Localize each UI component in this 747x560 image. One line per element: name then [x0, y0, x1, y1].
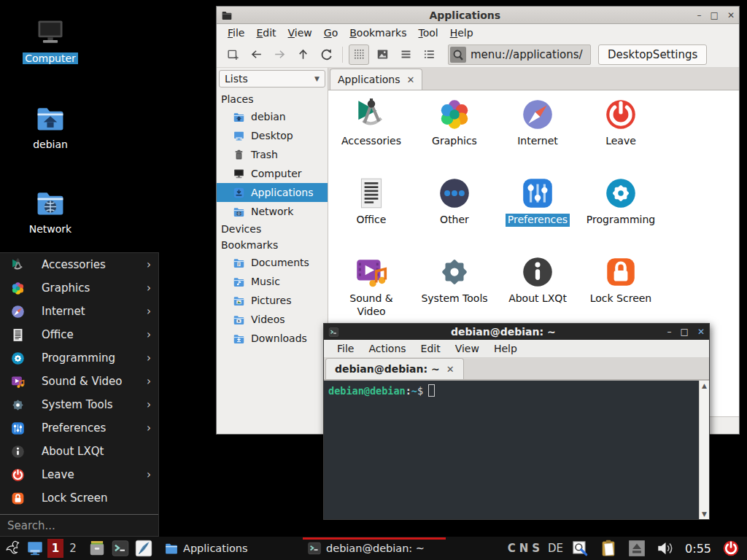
- sidebar-item-pictures[interactable]: Pictures: [217, 291, 328, 310]
- compact-view-button[interactable]: [395, 44, 416, 65]
- workspace-2-button[interactable]: 2: [65, 539, 81, 558]
- folder-accessories[interactable]: Accessories: [330, 96, 413, 175]
- menu-help[interactable]: Help: [488, 341, 523, 356]
- forward-icon: [273, 47, 287, 61]
- sidebar-item-documents[interactable]: Documents: [217, 253, 328, 272]
- menu-bookmarks[interactable]: Bookmarks: [344, 26, 411, 40]
- maximize-button[interactable]: □: [711, 11, 719, 20]
- menu-item-system-tools[interactable]: System Tools›: [0, 393, 158, 416]
- folder-internet[interactable]: Internet: [496, 96, 579, 175]
- folder-lock-screen[interactable]: Lock Screen: [579, 254, 662, 332]
- menu-go[interactable]: Go: [319, 26, 343, 40]
- menu-file[interactable]: File: [222, 26, 249, 40]
- terminal-launcher[interactable]: [111, 539, 130, 558]
- scroll-down-icon[interactable]: ▼: [702, 510, 707, 518]
- sidebar-item-network[interactable]: Network: [217, 202, 328, 221]
- sidebar-item-music[interactable]: Music: [217, 272, 328, 291]
- menu-view[interactable]: View: [283, 26, 317, 40]
- detailed-view-button[interactable]: [419, 44, 439, 65]
- side-pane-mode-select[interactable]: Lists▼: [219, 70, 325, 88]
- menu-view[interactable]: View: [449, 341, 485, 356]
- folder-other[interactable]: Other: [413, 175, 496, 254]
- minimize-button[interactable]: –: [697, 11, 702, 20]
- address-bar[interactable]: menu://applications/: [448, 44, 591, 65]
- menu-actions[interactable]: Actions: [363, 341, 411, 356]
- sidebar-item-label: Music: [251, 276, 280, 287]
- keyboard-layout[interactable]: DE: [548, 542, 563, 555]
- folder-office[interactable]: Office: [330, 175, 413, 254]
- file-manager-launcher[interactable]: [88, 539, 107, 558]
- menu-edit[interactable]: Edit: [251, 26, 281, 40]
- clock[interactable]: 0:55: [685, 542, 711, 556]
- folder-about-lxqt[interactable]: About LXQt: [496, 254, 579, 332]
- desktop-icon-network[interactable]: Network: [18, 187, 83, 235]
- volume-tray-icon[interactable]: [656, 539, 675, 558]
- menu-item-office[interactable]: Office›: [0, 323, 158, 346]
- menu-item-lock-screen[interactable]: Lock Screen: [0, 486, 158, 510]
- back-icon: [249, 47, 263, 61]
- folder-sound-video[interactable]: Sound & Video: [330, 254, 413, 332]
- sidebar-item-applications[interactable]: Applications: [217, 183, 328, 202]
- tab-terminal[interactable]: debian@debian: ~✕: [325, 358, 464, 379]
- desktop-icon-debian[interactable]: debian: [18, 102, 83, 150]
- menu-item-internet[interactable]: Internet›: [0, 300, 158, 323]
- menu-tool[interactable]: Tool: [413, 26, 443, 40]
- sidebar-item-videos[interactable]: Videos: [217, 310, 328, 329]
- scroll-up-icon[interactable]: ▲: [702, 382, 707, 389]
- terminal-titlebar[interactable]: debian@debian: ~ – □ ✕: [324, 324, 709, 340]
- desktop-settings-button[interactable]: DesktopSettings: [598, 44, 707, 65]
- folder-preferences[interactable]: Preferences: [496, 175, 579, 254]
- folder-programming[interactable]: Programming: [579, 175, 662, 254]
- sidebar-item-debian[interactable]: debian: [217, 107, 328, 126]
- fm-titlebar[interactable]: Applications – □ ✕: [217, 7, 739, 24]
- eject-tray-icon[interactable]: [627, 539, 646, 558]
- screenshot-tray-icon[interactable]: [570, 539, 589, 558]
- sidebar-item-desktop[interactable]: Desktop: [217, 126, 328, 145]
- menu-file[interactable]: File: [331, 341, 360, 356]
- show-desktop-button[interactable]: [26, 539, 44, 558]
- folder-graphics[interactable]: Graphics: [413, 96, 496, 175]
- tab-close-icon[interactable]: ✕: [446, 364, 454, 375]
- forward-button[interactable]: [269, 44, 290, 65]
- minimize-button[interactable]: –: [667, 327, 672, 336]
- terminal-scrollbar[interactable]: ▲ ▼: [699, 381, 709, 519]
- num-indicator: N: [519, 542, 529, 555]
- task-terminal[interactable]: debian@debian: ~: [303, 537, 446, 560]
- close-button[interactable]: ✕: [697, 327, 705, 336]
- close-button[interactable]: ✕: [727, 11, 735, 20]
- workspace-1-button[interactable]: 1: [47, 539, 63, 558]
- clipboard-tray-icon[interactable]: [599, 539, 618, 558]
- menu-help[interactable]: Help: [445, 26, 479, 40]
- tab-applications[interactable]: Applications✕: [330, 69, 422, 90]
- app-menu-button[interactable]: [2, 539, 21, 558]
- featherpad-launcher[interactable]: [134, 539, 153, 558]
- up-button[interactable]: [293, 44, 313, 65]
- menu-item-accessories[interactable]: Accessories›: [0, 253, 158, 276]
- maximize-button[interactable]: □: [681, 327, 689, 336]
- folder-system-tools[interactable]: System Tools: [413, 254, 496, 332]
- new-tab-button[interactable]: [222, 44, 243, 65]
- power-button[interactable]: [721, 539, 740, 558]
- keyboard-indicator[interactable]: C N S: [508, 542, 540, 555]
- menu-item-programming[interactable]: Programming›: [0, 346, 158, 370]
- thumbnail-view-button[interactable]: [372, 44, 392, 65]
- system-tools-icon: [436, 254, 473, 290]
- folder-leave[interactable]: Leave: [579, 96, 662, 175]
- menu-item-preferences[interactable]: Preferences›: [0, 416, 158, 440]
- menu-item-sound-video[interactable]: Sound & Video›: [0, 370, 158, 393]
- task-applications[interactable]: Applications: [160, 537, 303, 560]
- menu-item-about-lxqt[interactable]: About LXQt: [0, 440, 158, 463]
- terminal-screen[interactable]: debian@debian:~$: [324, 381, 699, 519]
- menu-search-input[interactable]: Search...: [0, 514, 158, 536]
- menu-item-graphics[interactable]: Graphics›: [0, 276, 158, 300]
- menu-edit[interactable]: Edit: [415, 341, 446, 356]
- sidebar-item-downloads[interactable]: Downloads: [217, 329, 328, 348]
- desktop-icon-computer[interactable]: Computer: [18, 16, 83, 64]
- icon-view-button[interactable]: [349, 44, 369, 65]
- sidebar-item-computer[interactable]: Computer: [217, 164, 328, 183]
- menu-item-leave[interactable]: Leave›: [0, 463, 158, 486]
- back-button[interactable]: [246, 44, 266, 65]
- tab-close-icon[interactable]: ✕: [407, 74, 415, 85]
- reload-button[interactable]: [316, 44, 336, 65]
- sidebar-item-trash[interactable]: Trash: [217, 145, 328, 164]
